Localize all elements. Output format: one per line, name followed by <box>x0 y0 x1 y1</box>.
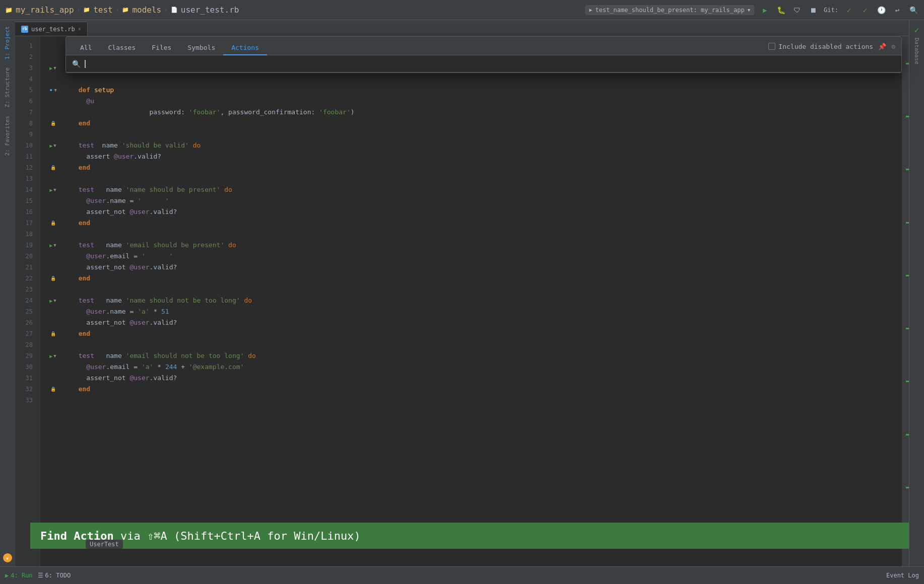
line-num-13: 13 <box>15 173 37 184</box>
code-line-25: @user.name = 'a' * 51 <box>71 306 902 317</box>
include-disabled-label[interactable]: Include disabled actions <box>768 43 873 50</box>
gutter-20 <box>40 251 65 262</box>
gutter-fold-3[interactable]: ▼ <box>53 65 56 70</box>
run-config[interactable]: ▶ test_name_should_be_present: my_rails_… <box>585 5 754 15</box>
gutter-31 <box>40 373 65 384</box>
stop-button[interactable]: ⏹ <box>808 5 819 16</box>
popup-tabs-right: Include disabled actions 📌 ⚙ <box>768 43 895 53</box>
breadcrumb-project[interactable]: my_rails_app <box>16 5 74 15</box>
debug-button[interactable]: 🐛 <box>775 5 786 16</box>
editor-tab[interactable]: rb user_test.rb × <box>15 22 88 36</box>
breadcrumb-test[interactable]: test <box>93 5 113 15</box>
git-label: Git: <box>824 7 838 14</box>
event-log[interactable]: Event Log <box>886 572 919 579</box>
breadcrumb-file[interactable]: user_test.rb <box>181 5 239 15</box>
code-line-17: end <box>71 217 902 229</box>
search-input[interactable] <box>85 59 895 68</box>
line-num-12: 12 <box>15 162 37 173</box>
tab-label: user_test.rb <box>31 26 75 33</box>
notifications-icon[interactable]: ★ <box>3 553 12 562</box>
run-config-chevron: ▼ <box>748 8 750 13</box>
tab-actions[interactable]: Actions <box>223 41 267 55</box>
todo-status[interactable]: ☰ 6: TODO <box>38 572 71 579</box>
gutter-10: ▶ ▼ <box>40 140 65 151</box>
tab-classes[interactable]: Classes <box>100 41 144 55</box>
todo-icon: ☰ <box>38 572 43 579</box>
gutter-run-3[interactable]: ▶ <box>49 65 52 71</box>
pin-icon[interactable]: 📌 <box>878 43 886 50</box>
line-num-14: 14 <box>15 184 37 195</box>
line-num-20: 20 <box>15 251 37 262</box>
line-num-8: 8 <box>15 118 37 129</box>
right-scrollbar[interactable] <box>902 36 909 566</box>
run-status[interactable]: ▶ 4: Run <box>5 572 33 579</box>
tab-all[interactable]: All <box>72 41 100 55</box>
gutter-fold-5[interactable]: ▼ <box>54 88 57 93</box>
gutter-run-14[interactable]: ▶ <box>49 187 52 193</box>
find-action-popup: All Classes Files Symbols Actions Includ… <box>65 36 902 73</box>
gutter-run-10[interactable]: ▶ <box>49 143 52 149</box>
include-disabled-checkbox[interactable] <box>768 43 775 50</box>
sidebar-item-database[interactable]: Database <box>912 35 921 67</box>
git-history[interactable]: 🕐 <box>876 5 887 16</box>
search-button[interactable]: 🔍 <box>908 5 919 16</box>
gutter-1 <box>40 40 65 51</box>
line-num-30: 30 <box>15 361 37 373</box>
sidebar-item-favorites[interactable]: 2: Favorites <box>3 113 12 159</box>
tab-close-icon[interactable]: × <box>78 26 81 32</box>
gutter-11 <box>40 151 65 162</box>
gutter-run-24[interactable]: ▶ <box>49 298 52 304</box>
gutter-fold-24[interactable]: ▼ <box>53 298 56 303</box>
gutter-2 <box>40 51 65 62</box>
git-check-2[interactable]: ✓ <box>860 5 871 16</box>
run-button[interactable]: ▶ <box>759 5 770 16</box>
git-rollback[interactable]: ↩ <box>892 5 903 16</box>
gutter-fold-29[interactable]: ▼ <box>53 353 56 358</box>
gutter-fold-19[interactable]: ▼ <box>53 243 56 248</box>
code-line-6: @u <box>71 96 902 107</box>
code-line-26: assert_not @user.valid? <box>71 317 902 328</box>
tab-files[interactable]: Files <box>144 41 179 55</box>
code-line-28 <box>71 339 902 350</box>
file-icon: 📄 <box>171 7 178 13</box>
breadcrumb-sep-2: › <box>116 7 119 13</box>
code-lines: require 'test_helper' class UserTest < A… <box>65 36 902 566</box>
gutter-dot-5[interactable]: • <box>49 87 53 94</box>
line-num-28: 28 <box>15 339 37 350</box>
top-bar-right: ▶ test_name_should_be_present: my_rails_… <box>585 5 919 16</box>
filter-icon[interactable]: ⚙ <box>891 43 895 50</box>
gutter-fold-14[interactable]: ▼ <box>53 187 56 192</box>
line-num-6: 6 <box>15 96 37 107</box>
checkmark-icon: ✓ <box>914 25 919 35</box>
run-label: 4: Run <box>11 572 32 579</box>
line-num-15: 15 <box>15 195 37 206</box>
gutter-28 <box>40 339 65 350</box>
gutter-27: 🔒 <box>40 328 65 339</box>
gutter-32: 🔒 <box>40 384 65 395</box>
code-line-9 <box>71 129 902 140</box>
gutter-run-29[interactable]: ▶ <box>49 353 52 359</box>
code-line-22: end <box>71 273 902 284</box>
line-num-17: 17 <box>15 217 37 229</box>
tab-file-icon: rb <box>21 26 28 33</box>
gutter-14: ▶ ▼ <box>40 184 65 195</box>
coverage-button[interactable]: 🛡 <box>791 5 803 16</box>
gutter-8: 🔒 <box>40 118 65 129</box>
sidebar-item-project[interactable]: 1: Project <box>3 23 12 62</box>
top-bar: 📁 my_rails_app › 📁 test › 📁 models › 📄 u… <box>0 0 924 20</box>
sidebar-item-structure[interactable]: Z: Structure <box>3 64 12 110</box>
git-check-1[interactable]: ✓ <box>843 5 854 16</box>
find-popup-container: All Classes Files Symbols Actions Includ… <box>65 36 902 73</box>
code-line-15: @user.name = ' ' <box>71 195 902 206</box>
code-line-29: test name 'email should not be too long'… <box>71 350 902 361</box>
line-num-33: 33 <box>15 395 37 406</box>
line-num-2: 2 <box>15 51 37 62</box>
scroll-mark-9 <box>906 487 909 488</box>
gutter-24: ▶ ▼ <box>40 295 65 306</box>
line-num-22: 22 <box>15 273 37 284</box>
breadcrumb-models[interactable]: models <box>132 5 161 15</box>
gutter-fold-10[interactable]: ▼ <box>53 143 56 148</box>
gutter-run-19[interactable]: ▶ <box>49 243 52 248</box>
scroll-mark-4 <box>906 222 909 224</box>
tab-symbols[interactable]: Symbols <box>179 41 223 55</box>
